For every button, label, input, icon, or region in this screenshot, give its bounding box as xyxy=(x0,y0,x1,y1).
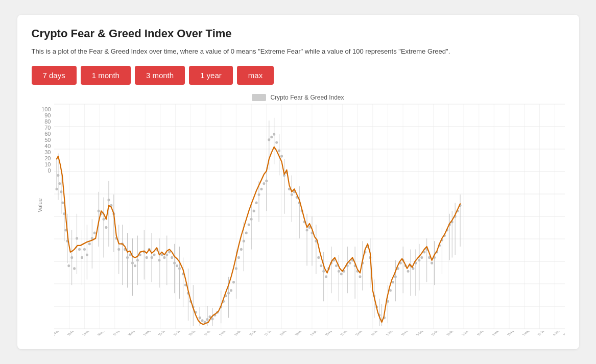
svg-point-59 xyxy=(73,267,76,270)
chart-legend: Crypto Fear & Greed Index xyxy=(32,94,565,101)
svg-text:29 May, 2019: 29 May, 2019 xyxy=(354,331,371,336)
svg-point-148 xyxy=(240,248,242,250)
svg-text:16 Jun, 2019: 16 Jun, 2019 xyxy=(369,331,385,336)
y-tick-100: 100 xyxy=(41,106,51,112)
svg-text:10 Jul, 2018: 10 Jul, 2018 xyxy=(172,331,187,336)
legend-label: Crypto Fear & Greed Index xyxy=(270,94,344,101)
svg-point-112 xyxy=(176,264,178,267)
svg-point-248 xyxy=(420,256,423,259)
svg-point-157 xyxy=(263,182,265,185)
svg-text:1 Feb, 2018: 1 Feb, 2018 xyxy=(54,331,65,336)
svg-text:29 Oct, 2019: 29 Oct, 2019 xyxy=(430,331,446,336)
svg-point-61 xyxy=(78,248,81,250)
btn-1month[interactable]: 1 month xyxy=(81,66,131,85)
svg-text:20 Jun, 2018: 20 Jun, 2018 xyxy=(157,331,173,336)
svg-point-196 xyxy=(325,275,327,278)
svg-text:10 Feb, 2020: 10 Feb, 2020 xyxy=(475,331,491,336)
y-axis: 100 90 80 70 60 50 40 30 20 10 0 xyxy=(36,104,54,185)
time-range-buttons: 7 days 1 month 3 month 1 year max xyxy=(32,66,565,85)
svg-point-169 xyxy=(275,141,278,143)
svg-point-63 xyxy=(83,248,85,250)
btn-3month[interactable]: 3 month xyxy=(135,66,185,85)
svg-text:10 Aug, 2020: 10 Aug, 2020 xyxy=(561,331,564,336)
svg-text:17 Jun, 2020: 17 Jun, 2020 xyxy=(536,331,552,336)
y-tick-80: 80 xyxy=(44,118,51,125)
svg-text:17 Oct, 2018: 17 Oct, 2018 xyxy=(202,331,218,336)
svg-point-151 xyxy=(247,223,250,226)
svg-point-193 xyxy=(317,256,320,259)
svg-text:Mar, 2018: Mar, 2018 xyxy=(96,331,109,336)
svg-text:19 Aug, 2019: 19 Aug, 2019 xyxy=(399,331,416,336)
svg-text:19 Mar, 2019: 19 Mar, 2019 xyxy=(293,331,309,336)
y-tick-40: 40 xyxy=(44,143,51,149)
svg-point-144 xyxy=(230,289,232,292)
svg-point-65 xyxy=(88,242,90,245)
svg-point-150 xyxy=(245,231,247,234)
y-tick-70: 70 xyxy=(44,125,51,131)
svg-text:29 Apr, 2019: 29 Apr, 2019 xyxy=(324,331,340,336)
svg-point-213 xyxy=(359,275,361,278)
svg-point-100 xyxy=(145,256,148,259)
svg-point-154 xyxy=(255,201,257,204)
svg-text:30 Apr, 2018: 30 Apr, 2018 xyxy=(127,331,142,336)
y-tick-60: 60 xyxy=(44,131,51,137)
svg-text:10 Jan, 2019: 10 Jan, 2019 xyxy=(248,331,264,336)
svg-text:1 Jul, 2019: 1 Jul, 2019 xyxy=(384,331,398,336)
svg-point-202 xyxy=(340,273,342,275)
y-tick-50: 50 xyxy=(44,137,51,143)
btn-max[interactable]: max xyxy=(237,66,274,85)
btn-7days[interactable]: 7 days xyxy=(32,66,77,85)
svg-text:16 Dec, 2019: 16 Dec, 2019 xyxy=(445,331,461,336)
svg-point-107 xyxy=(163,256,165,259)
svg-text:3 Jan, 2020: 3 Jan, 2020 xyxy=(460,331,475,336)
svg-point-156 xyxy=(260,187,263,190)
svg-point-110 xyxy=(171,256,173,259)
svg-text:27 Jan, 2019: 27 Jan, 2019 xyxy=(263,331,279,336)
svg-point-238 xyxy=(407,270,409,272)
svg-point-103 xyxy=(153,253,155,256)
legend-color-box xyxy=(252,94,266,101)
chart-inner: 1 Feb, 2018 18 Feb, 2018 24 Mar, 2018 Ma… xyxy=(54,104,565,329)
svg-point-67 xyxy=(93,231,96,234)
y-tick-20: 20 xyxy=(44,155,51,161)
svg-text:1 May, 2018: 1 May, 2018 xyxy=(141,331,157,336)
svg-point-145 xyxy=(232,281,235,283)
btn-1year[interactable]: 1 year xyxy=(189,66,233,85)
svg-text:24 Mar, 2018: 24 Mar, 2018 xyxy=(81,331,97,336)
svg-text:12 May, 2019: 12 May, 2019 xyxy=(339,331,355,336)
svg-point-52 xyxy=(67,264,70,267)
main-card: Crypto Fear & Greed Index Over Time This… xyxy=(17,15,579,349)
svg-text:15 Sep, 2018: 15 Sep, 2018 xyxy=(187,331,203,336)
svg-point-167 xyxy=(270,135,273,138)
svg-text:5 Sep, 2019: 5 Sep, 2019 xyxy=(415,331,430,336)
y-tick-90: 90 xyxy=(44,112,51,118)
x-axis-labels: 1 Feb, 2018 18 Feb, 2018 24 Mar, 2018 Ma… xyxy=(54,331,565,347)
svg-point-46 xyxy=(58,182,61,185)
svg-point-76 xyxy=(105,226,107,229)
svg-text:18 Feb, 2018: 18 Feb, 2018 xyxy=(66,331,82,336)
svg-text:24 Dec, 2018: 24 Dec, 2018 xyxy=(232,331,248,336)
y-axis-label: Value xyxy=(36,198,42,212)
svg-point-232 xyxy=(391,281,394,283)
svg-text:2 Mar, 2020: 2 Mar, 2020 xyxy=(490,331,505,336)
svg-point-252 xyxy=(431,261,433,264)
svg-point-194 xyxy=(320,264,322,267)
svg-point-48 xyxy=(61,201,64,204)
svg-text:1 Nov, 2018: 1 Nov, 2018 xyxy=(218,331,232,336)
svg-point-171 xyxy=(280,155,283,157)
y-tick-10: 10 xyxy=(44,161,51,167)
y-tick-0: 0 xyxy=(47,167,51,174)
svg-point-92 xyxy=(133,264,136,267)
svg-point-153 xyxy=(252,209,255,212)
svg-text:13 Feb, 2019: 13 Feb, 2019 xyxy=(278,331,294,336)
svg-point-147 xyxy=(237,256,240,259)
svg-text:13 Apr, 2020: 13 Apr, 2020 xyxy=(506,331,521,336)
svg-point-130 xyxy=(201,319,203,322)
svg-text:1 May, 2020: 1 May, 2020 xyxy=(521,331,536,336)
main-svg xyxy=(54,104,565,329)
svg-text:17 Apr, 2018: 17 Apr, 2018 xyxy=(111,331,127,336)
svg-text:2 Apr, 2019: 2 Apr, 2019 xyxy=(308,331,323,336)
page-subtitle: This is a plot of the Fear & Greed Index… xyxy=(32,46,565,57)
chart-wrap: Value 100 90 80 70 60 50 40 30 20 10 0 xyxy=(32,104,565,329)
svg-point-200 xyxy=(335,264,338,267)
